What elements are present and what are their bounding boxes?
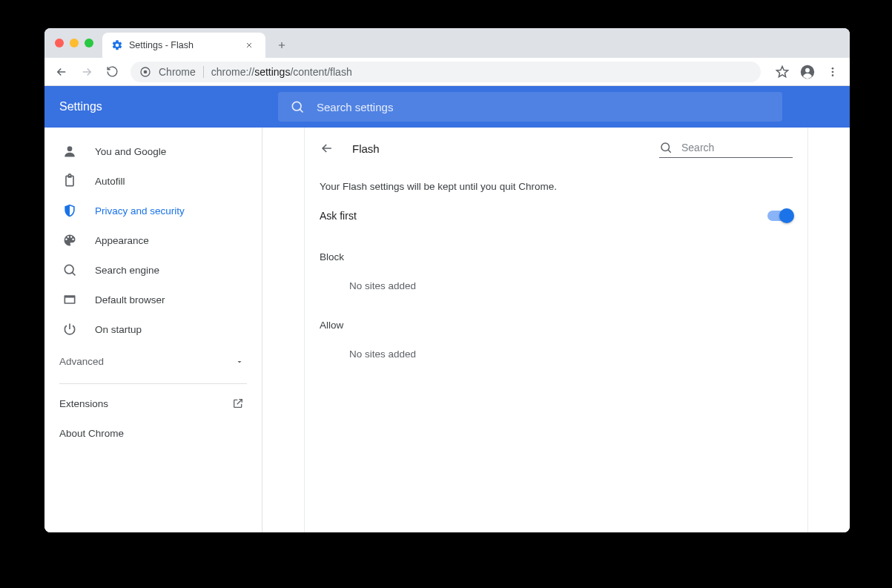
window-controls <box>52 28 102 58</box>
settings-app: Settings Search settings You and Google <box>44 86 850 532</box>
sidebar-extensions[interactable]: Extensions <box>44 389 262 418</box>
back-button[interactable] <box>50 61 73 83</box>
browser-icon <box>62 292 77 307</box>
sidebar-about-label: About Chrome <box>59 428 124 439</box>
shield-icon <box>62 203 77 218</box>
block-header: Block <box>305 231 807 268</box>
palette-icon <box>62 233 77 248</box>
content-wrap: Flash Your Flash settings will be kept u… <box>262 128 850 532</box>
app-body: You and Google Autofill Privacy and secu… <box>44 128 850 532</box>
app-search-placeholder: Search settings <box>317 101 393 113</box>
ask-first-toggle[interactable] <box>767 211 793 221</box>
svg-point-4 <box>832 67 834 70</box>
url-scheme-label: Chrome <box>159 66 196 78</box>
svg-point-8 <box>67 146 73 151</box>
sidebar-item-search-engine[interactable]: Search engine <box>44 255 262 285</box>
sidebar-item-label: Appearance <box>95 235 149 246</box>
search-icon <box>659 141 673 154</box>
toolbar: Chrome chrome://settings/content/flash <box>44 58 850 86</box>
svg-point-10 <box>661 143 670 151</box>
tab-strip: Settings - Flash <box>44 28 850 58</box>
url-text: chrome://settings/content/flash <box>211 66 352 78</box>
back-arrow-button[interactable] <box>320 141 334 156</box>
allow-empty: No sites added <box>305 337 807 367</box>
sidebar-item-label: Privacy and security <box>95 205 185 217</box>
close-tab-button[interactable] <box>242 39 257 51</box>
search-icon <box>62 262 77 277</box>
app-title: Settings <box>59 100 263 113</box>
sidebar-about[interactable]: About Chrome <box>44 418 262 448</box>
svg-point-9 <box>65 265 73 274</box>
sidebar-item-label: Search engine <box>95 265 159 276</box>
sidebar: You and Google Autofill Privacy and secu… <box>44 128 262 532</box>
page-search[interactable] <box>659 139 793 158</box>
sidebar-advanced-label: Advanced <box>59 356 104 367</box>
block-empty: No sites added <box>305 268 807 299</box>
maximize-window-button[interactable] <box>85 39 93 47</box>
app-search[interactable]: Search settings <box>278 92 782 122</box>
tab-settings-flash[interactable]: Settings - Flash <box>102 33 265 58</box>
sidebar-item-default-browser[interactable]: Default browser <box>44 285 262 314</box>
page-search-input[interactable] <box>680 141 793 154</box>
sidebar-item-privacy[interactable]: Privacy and security <box>44 196 262 225</box>
url-divider <box>203 66 204 78</box>
sidebar-separator <box>59 383 247 384</box>
section-header: Flash <box>305 128 807 169</box>
svg-point-3 <box>805 67 810 72</box>
content: Flash Your Flash settings will be kept u… <box>304 128 808 532</box>
url-prefix: chrome:// <box>211 66 254 78</box>
url-path: /content/flash <box>290 66 351 78</box>
person-icon <box>62 144 77 159</box>
flash-note: Your Flash settings will be kept until y… <box>305 169 807 198</box>
reload-button[interactable] <box>101 61 123 83</box>
sidebar-advanced[interactable]: Advanced <box>44 344 262 379</box>
url-host: settings <box>254 66 290 78</box>
address-bar[interactable]: Chrome chrome://settings/content/flash <box>131 62 761 82</box>
open-external-icon <box>232 397 244 409</box>
svg-point-7 <box>292 102 301 110</box>
bookmark-button[interactable] <box>771 61 793 83</box>
tabs: Settings - Flash <box>102 28 292 58</box>
new-tab-button[interactable] <box>271 35 292 56</box>
browser-window: Settings - Flash Chrome <box>44 28 850 532</box>
search-icon <box>290 99 305 114</box>
tab-title: Settings - Flash <box>129 40 194 50</box>
sidebar-item-you-google[interactable]: You and Google <box>44 136 262 166</box>
sidebar-item-autofill[interactable]: Autofill <box>44 166 262 196</box>
close-window-button[interactable] <box>55 39 64 47</box>
sidebar-item-label: On startup <box>95 324 142 335</box>
sidebar-item-label: Default browser <box>95 294 165 305</box>
ask-first-label: Ask first <box>320 210 357 222</box>
svg-point-1 <box>144 70 148 73</box>
forward-button[interactable] <box>76 61 98 83</box>
sidebar-extensions-label: Extensions <box>59 398 108 409</box>
page-title: Flash <box>352 142 380 155</box>
power-icon <box>62 322 77 337</box>
gear-icon <box>111 39 123 51</box>
sidebar-item-appearance[interactable]: Appearance <box>44 225 262 255</box>
profile-button[interactable] <box>796 61 819 83</box>
svg-point-5 <box>832 70 834 73</box>
sidebar-item-label: Autofill <box>95 176 125 187</box>
sidebar-item-label: You and Google <box>95 146 166 157</box>
allow-header: Allow <box>305 299 807 337</box>
minimize-window-button[interactable] <box>70 39 79 47</box>
chrome-icon <box>139 66 151 78</box>
chevron-down-icon <box>235 357 244 366</box>
menu-button[interactable] <box>822 61 844 83</box>
clipboard-icon <box>62 174 77 188</box>
app-header: Settings Search settings <box>44 86 850 128</box>
svg-point-6 <box>832 74 834 76</box>
ask-first-row: Ask first <box>305 198 807 231</box>
sidebar-item-on-startup[interactable]: On startup <box>44 314 262 344</box>
